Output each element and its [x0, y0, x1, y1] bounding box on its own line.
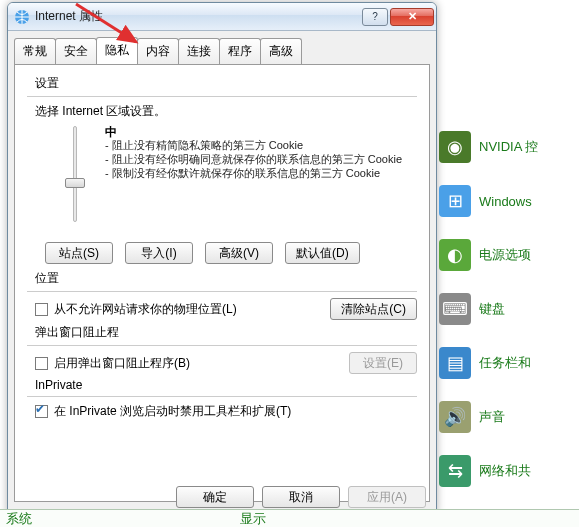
- group-location-title: 位置: [35, 270, 417, 287]
- tab-隐私[interactable]: 隐私: [96, 37, 138, 64]
- location-row: 从不允许网站请求你的物理位置(L) 清除站点(C): [35, 298, 417, 320]
- ok-button[interactable]: 确定: [176, 486, 254, 508]
- cp-item-icon: ⇆: [439, 455, 471, 487]
- globe-icon: [14, 9, 30, 25]
- divider: [27, 345, 417, 346]
- cp-item-label: Windows: [479, 194, 532, 209]
- settings-buttons: 站点(S) 导入(I) 高级(V) 默认值(D): [45, 242, 417, 264]
- window-title: Internet 属性: [35, 8, 103, 25]
- divider: [27, 291, 417, 292]
- cp-item-label: 声音: [479, 408, 505, 426]
- bottom-bar: 系统 显示: [0, 509, 579, 527]
- location-deny-checkbox[interactable]: [35, 303, 48, 316]
- cp-item[interactable]: ⇆网络和共: [439, 444, 579, 498]
- slider-track[interactable]: [73, 126, 77, 222]
- cp-item-label: 任务栏和: [479, 354, 531, 372]
- cp-item-icon: ⊞: [439, 185, 471, 217]
- privacy-bullet: - 阻止没有经你明确同意就保存你的联系信息的第三方 Cookie: [105, 152, 417, 166]
- cp-item[interactable]: ⌨键盘: [439, 282, 579, 336]
- divider: [27, 396, 417, 397]
- cp-item-icon: ⌨: [439, 293, 471, 325]
- group-popup-title: 弹出窗口阻止程: [35, 324, 417, 341]
- cp-item-icon: ◉: [439, 131, 471, 163]
- cp-item-label: NVIDIA 控: [479, 138, 538, 156]
- privacy-level-description: - 阻止没有精简隐私策略的第三方 Cookie- 阻止没有经你明确同意就保存你的…: [105, 138, 417, 180]
- cp-item-label: 键盘: [479, 300, 505, 318]
- clear-sites-button[interactable]: 清除站点(C): [330, 298, 417, 320]
- cp-item[interactable]: ▤任务栏和: [439, 336, 579, 390]
- cp-item-icon: ▤: [439, 347, 471, 379]
- import-button[interactable]: 导入(I): [125, 242, 193, 264]
- control-panel-items: ◉NVIDIA 控⊞Windows◐电源选项⌨键盘▤任务栏和🔊声音⇆网络和共◔性…: [439, 120, 579, 527]
- tab-内容[interactable]: 内容: [137, 38, 179, 65]
- cp-item-icon: ◐: [439, 239, 471, 271]
- tab-连接[interactable]: 连接: [178, 38, 220, 65]
- settings-description: 选择 Internet 区域设置。: [35, 103, 417, 120]
- inprivate-disable-toolbars-checkbox[interactable]: [35, 405, 48, 418]
- privacy-bullet: - 限制没有经你默许就保存你的联系信息的第三方 Cookie: [105, 166, 417, 180]
- bottom-right-link[interactable]: 显示: [240, 510, 266, 527]
- titlebar[interactable]: Internet 属性 ? ✕: [8, 3, 436, 31]
- popup-row: 启用弹出窗口阻止程序(B) 设置(E): [35, 352, 417, 374]
- cp-item[interactable]: ⊞Windows: [439, 174, 579, 228]
- cp-item-label: 电源选项: [479, 246, 531, 264]
- inprivate-row: 在 InPrivate 浏览启动时禁用工具栏和扩展(T): [35, 403, 417, 420]
- default-button[interactable]: 默认值(D): [285, 242, 360, 264]
- cp-item[interactable]: ◐电源选项: [439, 228, 579, 282]
- tab-程序[interactable]: 程序: [219, 38, 261, 65]
- popup-blocker-checkbox[interactable]: [35, 357, 48, 370]
- slider-thumb[interactable]: [65, 178, 85, 188]
- tab-安全[interactable]: 安全: [55, 38, 97, 65]
- apply-button: 应用(A): [348, 486, 426, 508]
- advanced-button[interactable]: 高级(V): [205, 242, 273, 264]
- tab-panel-privacy: 设置 选择 Internet 区域设置。 中 - 阻止没有精简隐私策略的第三方 …: [14, 64, 430, 502]
- cp-item[interactable]: 🔊声音: [439, 390, 579, 444]
- inprivate-checkbox-label: 在 InPrivate 浏览启动时禁用工具栏和扩展(T): [54, 403, 291, 420]
- location-checkbox-label: 从不允许网站请求你的物理位置(L): [54, 301, 237, 318]
- bottom-left-link[interactable]: 系统: [0, 510, 240, 527]
- cp-item-icon: 🔊: [439, 401, 471, 433]
- privacy-slider-zone: 中 - 阻止没有精简隐私策略的第三方 Cookie- 阻止没有经你明确同意就保存…: [35, 126, 417, 236]
- popup-settings-button: 设置(E): [349, 352, 417, 374]
- cancel-button[interactable]: 取消: [262, 486, 340, 508]
- cp-item-label: 网络和共: [479, 462, 531, 480]
- popup-checkbox-label: 启用弹出窗口阻止程序(B): [54, 355, 190, 372]
- sites-button[interactable]: 站点(S): [45, 242, 113, 264]
- dialog-buttons: 确定 取消 应用(A): [176, 486, 426, 508]
- tab-常规[interactable]: 常规: [14, 38, 56, 65]
- group-inprivate-title: InPrivate: [35, 378, 417, 392]
- help-button[interactable]: ?: [362, 8, 388, 26]
- close-button[interactable]: ✕: [390, 8, 434, 26]
- internet-properties-dialog: Internet 属性 ? ✕ 常规安全隐私内容连接程序高级 设置 选择 Int…: [7, 2, 437, 517]
- cp-item[interactable]: ◉NVIDIA 控: [439, 120, 579, 174]
- privacy-bullet: - 阻止没有精简隐私策略的第三方 Cookie: [105, 138, 417, 152]
- group-settings-title: 设置: [35, 75, 417, 92]
- tab-高级[interactable]: 高级: [260, 38, 302, 65]
- tab-strip: 常规安全隐私内容连接程序高级: [14, 37, 430, 64]
- divider: [27, 96, 417, 97]
